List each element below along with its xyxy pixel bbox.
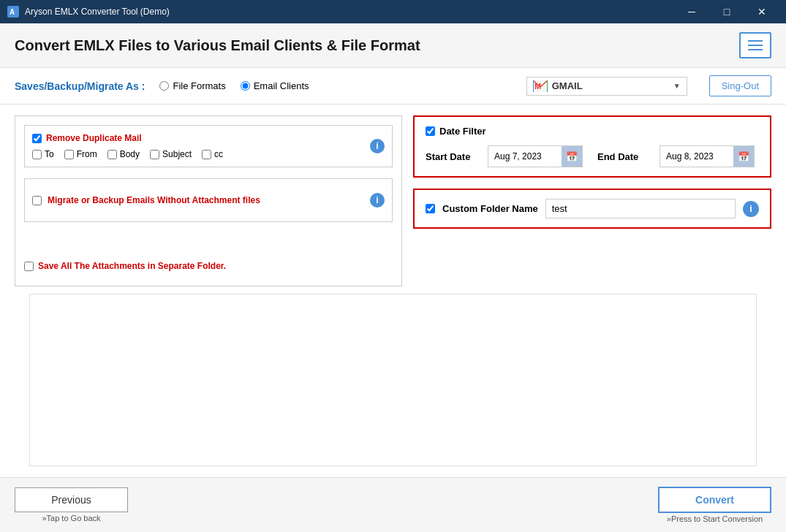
dropdown-arrow-icon: ▼ xyxy=(673,82,681,90)
start-date-calendar-button[interactable]: 📅 xyxy=(562,146,582,167)
filter-body[interactable]: Body xyxy=(107,149,140,159)
end-date-label: End Date xyxy=(597,151,652,162)
gmail-logo: M xyxy=(533,80,548,92)
left-panel: Remove Duplicate Mail To From xyxy=(15,115,402,286)
remove-dup-header: Remove Duplicate Mail xyxy=(32,133,385,143)
previous-hint: »Tap to Go back xyxy=(42,514,100,522)
convert-button[interactable]: Convert xyxy=(658,487,771,513)
remove-duplicate-section: Remove Duplicate Mail To From xyxy=(24,125,393,167)
maximize-button[interactable]: □ xyxy=(710,0,744,23)
page-title: Convert EMLX Files to Various Email Clie… xyxy=(15,37,420,54)
save-attachments-label: Save All The Attachments in Separate Fol… xyxy=(38,261,226,271)
remove-dup-title: Remove Duplicate Mail xyxy=(46,133,142,143)
radio-email-clients[interactable]: Email Clients xyxy=(241,80,309,91)
end-date-input[interactable] xyxy=(660,148,733,164)
migrate-info-icon[interactable]: i xyxy=(370,193,385,208)
filter-body-checkbox[interactable] xyxy=(107,150,117,159)
filter-subject[interactable]: Subject xyxy=(150,149,192,159)
spacer xyxy=(24,233,393,244)
custom-folder-section: Custom Folder Name i xyxy=(413,189,771,229)
panels-row: Remove Duplicate Mail To From xyxy=(15,115,771,286)
end-date-calendar-button[interactable]: 📅 xyxy=(733,146,754,167)
save-attachments-section: Save All The Attachments in Separate Fol… xyxy=(24,255,393,277)
format-radio-group: File Formats Email Clients xyxy=(159,80,309,91)
filter-to-checkbox[interactable] xyxy=(32,150,42,159)
remove-dup-checkbox[interactable] xyxy=(32,134,42,143)
filter-cc[interactable]: cc xyxy=(202,149,223,159)
remove-dup-info-icon[interactable]: i xyxy=(370,139,385,153)
custom-folder-checkbox[interactable] xyxy=(426,204,435,213)
footer-left: Previous »Tap to Go back xyxy=(15,487,128,522)
svg-text:A: A xyxy=(10,8,15,16)
content-area: Remove Duplicate Mail To From xyxy=(0,104,786,477)
filter-checkboxes: To From Body Subject xyxy=(32,149,385,159)
start-date-label: Start Date xyxy=(426,151,480,162)
filter-cc-checkbox[interactable] xyxy=(202,150,211,159)
date-row: Start Date 📅 End Date 📅 xyxy=(426,145,759,167)
date-filter-title: Date Filter xyxy=(439,126,486,137)
app-icon: A xyxy=(7,6,19,18)
previous-button[interactable]: Previous xyxy=(15,487,128,512)
filter-from[interactable]: From xyxy=(64,149,97,159)
radio-file-formats[interactable]: File Formats xyxy=(159,80,225,91)
migrate-title: Migrate or Backup Emails Without Attachm… xyxy=(48,195,260,205)
footer: Previous »Tap to Go back Convert »Press … xyxy=(0,477,786,532)
filter-subject-checkbox[interactable] xyxy=(150,150,159,159)
footer-right: Convert »Press to Start Conversion xyxy=(658,487,771,523)
migrate-section: Migrate or Backup Emails Without Attachm… xyxy=(24,178,393,222)
filter-to[interactable]: To xyxy=(32,149,54,159)
close-button[interactable]: ✕ xyxy=(745,0,779,23)
gmail-label: GMAIL xyxy=(552,80,673,91)
save-attachments-checkbox[interactable] xyxy=(24,262,34,271)
convert-hint: »Press to Start Conversion xyxy=(667,514,763,523)
header: Convert EMLX Files to Various Email Clie… xyxy=(0,23,786,68)
date-filter-section: Date Filter Start Date 📅 End Date 📅 xyxy=(413,115,771,178)
custom-folder-input[interactable] xyxy=(545,199,736,218)
date-filter-checkbox[interactable] xyxy=(426,126,435,136)
custom-folder-label: Custom Folder Name xyxy=(442,203,538,214)
svg-text:M: M xyxy=(534,82,541,91)
main-container: Convert EMLX Files to Various Email Clie… xyxy=(0,23,786,532)
migrate-checkbox[interactable] xyxy=(32,196,42,205)
saves-label: Saves/Backup/Migrate As : xyxy=(15,80,145,92)
right-panel: Date Filter Start Date 📅 End Date 📅 xyxy=(413,115,771,286)
start-date-input[interactable] xyxy=(488,148,562,164)
filter-from-checkbox[interactable] xyxy=(64,150,74,159)
end-date-input-group: 📅 xyxy=(660,145,755,167)
start-date-input-group: 📅 xyxy=(488,145,583,167)
menu-button[interactable] xyxy=(739,32,771,58)
window-controls: ─ □ ✕ xyxy=(675,0,779,23)
custom-folder-info-icon[interactable]: i xyxy=(743,201,759,217)
toolbar: Saves/Backup/Migrate As : File Formats E… xyxy=(0,68,786,104)
titlebar-title: Aryson EMLX Converter Tool (Demo) xyxy=(25,7,675,17)
radio-file-formats-input[interactable] xyxy=(159,81,169,91)
minimize-button[interactable]: ─ xyxy=(675,0,708,23)
gmail-dropdown[interactable]: M GMAIL ▼ xyxy=(526,77,687,96)
titlebar: A Aryson EMLX Converter Tool (Demo) ─ □ … xyxy=(0,0,786,23)
hamburger-icon xyxy=(748,40,763,50)
empty-area xyxy=(29,294,757,466)
signout-button[interactable]: Sing-Out xyxy=(709,75,771,96)
radio-email-clients-input[interactable] xyxy=(241,81,250,91)
date-filter-header: Date Filter xyxy=(426,126,759,137)
